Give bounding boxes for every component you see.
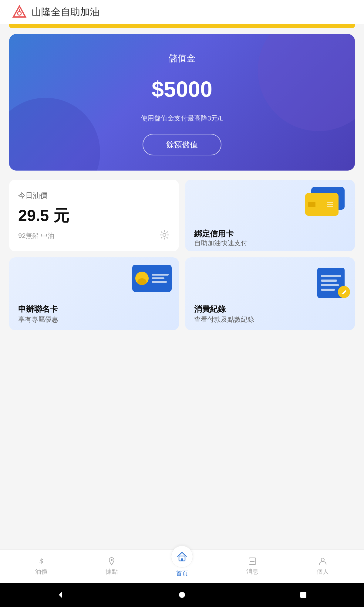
transaction-subtitle: 查看付款及點數紀錄 [194,315,254,324]
card-waves [327,202,333,207]
svg-point-1 [18,12,21,15]
dollar-icon: $ [37,557,46,566]
home-button[interactable] [177,589,187,600]
home-icon [176,551,188,563]
transaction-icon [317,265,348,298]
nav-item-locations[interactable]: 據點 [76,557,147,576]
system-bar [0,583,364,607]
nav-item-news[interactable]: 消息 [217,557,288,576]
app-logo [12,5,27,19]
balance-card: 儲值金 $5000 使用儲值金支付最高降3元/L 餘額儲值 [9,34,355,171]
nav-label-locations: 據點 [106,568,118,576]
nav-label-profile: 個人 [317,568,329,576]
membership-icon [132,265,172,292]
oil-price-label: 今日油價 [18,191,170,200]
svg-point-7 [111,559,113,561]
transaction-widget[interactable]: 消費紀錄 查看付款及點數紀錄 [185,257,355,330]
oil-price-desc: 92無鉛 中油 [18,231,170,240]
credit-card-subtitle: 自助加油快速支付 [194,239,248,248]
grid-row-2: 申辦聯名卡 享有專屬優惠 [9,257,355,330]
person-icon [318,557,327,566]
home-icon-wrap [171,546,193,568]
svg-point-16 [179,592,185,598]
svg-point-14 [321,558,324,561]
credit-card-icon [305,187,348,217]
main-content: 儲值金 $5000 使用儲值金支付最高降3元/L 餘額儲值 今日油價 29.5 … [0,28,364,342]
membership-card-widget[interactable]: 申辦聯名卡 享有專屬優惠 [9,257,179,330]
yellow-accent-bar [9,24,355,28]
transaction-title: 消費紀錄 [194,304,226,314]
settings-icon[interactable] [159,229,170,240]
credit-card-title: 綁定信用卡 [194,229,234,239]
back-button[interactable] [55,589,66,600]
nav-label-news: 消息 [246,568,258,576]
id-lines [152,274,169,283]
svg-text:$: $ [39,557,43,565]
balance-tip: 使用儲值金支付最高降3元/L [21,114,343,123]
bottom-nav: $ 油價 據點 首頁 消息 [0,549,364,583]
balance-amount: $5000 [21,77,343,102]
svg-marker-15 [59,592,62,598]
grid-row-1: 今日油價 29.5 元 92無鉛 中油 [9,180,355,251]
svg-point-3 [163,233,166,236]
membership-subtitle: 享有專屬優惠 [18,315,58,324]
svg-rect-4 [342,290,347,295]
membership-title: 申辦聯名卡 [18,304,58,314]
oil-price-value: 29.5 元 [18,205,170,226]
svg-rect-17 [300,592,306,598]
nav-label-oil-price: 油價 [35,568,47,576]
id-avatar [135,272,149,285]
credit-card-widget[interactable]: 綁定信用卡 自助加油快速支付 [185,180,355,251]
oil-price-card: 今日油價 29.5 元 92無鉛 中油 [9,180,179,251]
balance-label: 儲值金 [21,52,343,65]
app-title: 山隆全自助加油 [32,5,99,19]
nav-label-home: 首頁 [176,569,188,578]
nav-item-home[interactable]: 首頁 [147,555,217,578]
card-chip [308,202,315,207]
card-front [305,193,339,216]
nav-item-profile[interactable]: 個人 [288,557,358,576]
svg-rect-9 [181,558,183,561]
header: 山隆全自助加油 [0,0,364,24]
location-icon [107,557,116,566]
recharge-button[interactable]: 餘額儲值 [143,134,221,155]
recent-button[interactable] [298,589,309,600]
nav-item-oil-price[interactable]: $ 油價 [6,557,76,576]
news-icon [248,557,257,566]
doc-pen [338,286,350,298]
